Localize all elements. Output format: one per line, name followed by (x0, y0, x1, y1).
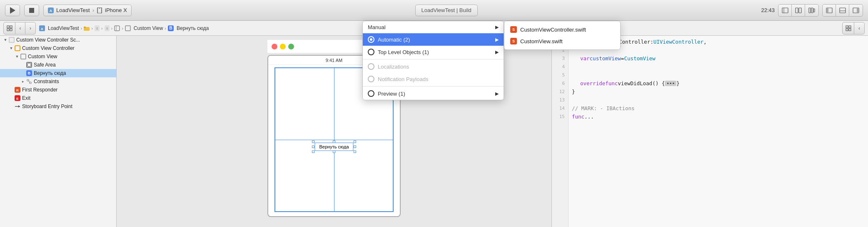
automatic-arrow: ▶ (495, 37, 499, 42)
version-editor-button[interactable] (805, 5, 818, 16)
debug-toggle[interactable] (836, 5, 849, 16)
preview-icon (368, 90, 374, 97)
svg-rect-35 (846, 29, 848, 31)
responder-icon: R (14, 86, 21, 93)
canvas-button[interactable]: Вернуть сюда (314, 143, 353, 151)
editor-mode-group (778, 4, 819, 17)
code-line-15: func ... (572, 112, 865, 121)
breadcrumb-file1[interactable]: S (95, 25, 100, 31)
grid-icon (7, 25, 12, 31)
nav-constraints[interactable]: ▸ Constraints (0, 77, 116, 86)
bc-arrow-1: › (81, 26, 82, 31)
file-item-2[interactable]: S CustomView.swift (504, 35, 620, 47)
circle-red (272, 44, 277, 49)
bc-grid-button[interactable] (843, 22, 854, 34)
nav-view[interactable]: ▼ Custom View (0, 52, 116, 61)
svg-rect-36 (849, 29, 851, 31)
svg-rect-19 (7, 29, 9, 31)
dropdown-toplevel[interactable]: Top Level Objects (1) ▶ (363, 46, 504, 58)
svg-rect-6 (796, 8, 798, 13)
svg-line-45 (29, 80, 30, 83)
breadcrumb-file2[interactable]: S (105, 25, 110, 31)
code-line-14: // MARK: - IBActions (572, 104, 865, 112)
var-name: customView (590, 55, 621, 62)
handle-mr (354, 146, 356, 148)
kw-func: func (605, 80, 618, 86)
utilities-toggle[interactable] (849, 5, 863, 16)
dropdown-toplevel-label: Top Level Objects (1) (378, 49, 429, 55)
breadcrumb-folder[interactable] (84, 26, 90, 31)
svg-rect-33 (846, 26, 848, 28)
bc-grid-icon (846, 25, 851, 31)
nav-safearea[interactable]: ▸ Safe Area (0, 61, 116, 69)
panel-toggle-group (822, 4, 863, 17)
nav-exit[interactable]: ▸ E Exit (0, 94, 116, 102)
nav-responder[interactable]: ▸ R First Responder (0, 86, 116, 94)
func-name-2: ... (584, 114, 594, 120)
superclass-name: UIViewController (653, 39, 703, 45)
exit-icon: E (14, 95, 21, 101)
file-item-1[interactable]: S CustomViewController.swift (504, 24, 620, 35)
breadcrumb-view[interactable]: Custom View (125, 25, 163, 31)
navigator-toggle[interactable] (823, 5, 836, 16)
svg-text:E: E (16, 97, 19, 101)
circle-green (288, 44, 294, 49)
bc-back-button[interactable]: ‹ (854, 22, 864, 34)
standard-editor-button[interactable] (778, 5, 792, 16)
svg-rect-34 (849, 26, 851, 28)
back-button[interactable]: ‹ (15, 22, 25, 34)
kw-func-2: func (572, 114, 584, 120)
dropdown-preview[interactable]: Preview (1) ▶ (363, 87, 504, 100)
standard-editor-icon (782, 7, 788, 13)
layout-buttons: ‹ › (3, 22, 36, 35)
circle-yellow (280, 44, 286, 49)
file-picker: S CustomViewController.swift S CustomVie… (504, 21, 621, 50)
forward-button[interactable]: › (25, 22, 35, 34)
swift-file-icon-2: S (105, 25, 110, 31)
svg-rect-3 (99, 8, 100, 8)
scheme-selector[interactable]: A LoadViewTest › iPhone X (43, 5, 132, 16)
mark-comment: // MARK: - IBActions (572, 105, 635, 111)
dropdown-automatic[interactable]: Automatic (2) ▶ (363, 33, 504, 46)
grid-view-button[interactable] (4, 22, 15, 34)
toolbar: A LoadViewTest › iPhone X LoadViewTest |… (0, 0, 868, 21)
line-num-3: 3 (552, 54, 568, 62)
forward-icon: › (30, 25, 31, 31)
dropdown-manual[interactable]: Manual ▶ (363, 21, 504, 33)
breadcrumb-storyboard[interactable] (114, 25, 120, 31)
play-button[interactable] (5, 5, 20, 16)
local-icon (368, 63, 374, 70)
ellipsis-badge[interactable]: ••• (665, 81, 676, 86)
expand-icon-scene: ▼ (3, 38, 7, 42)
nav-scene[interactable]: ▼ Custom View Controller Sc... (0, 36, 116, 44)
leaf-spacer-responder: ▸ (9, 88, 13, 92)
play-icon (10, 7, 15, 14)
handle-tr (354, 141, 356, 143)
func-name: viewDidLoad (618, 80, 652, 86)
breadcrumb-item-project[interactable]: A LoadViewTest (39, 25, 79, 31)
view-icon-nav (20, 53, 27, 60)
breadcrumb-project: LoadViewTest (48, 25, 79, 31)
time-display: 22:43 (761, 7, 775, 13)
dropdown-localizations: Localizations (363, 60, 504, 73)
stop-button[interactable] (24, 5, 39, 16)
breadcrumb-button-b[interactable]: B Вернуть сюда (168, 25, 209, 31)
handle-tl (312, 141, 314, 143)
svg-rect-9 (811, 8, 813, 13)
code-line-12: } (572, 87, 865, 96)
svg-rect-8 (809, 8, 811, 13)
leaf-spacer-entry: ▸ (9, 104, 13, 109)
dropdown-automatic-label: Automatic (2) (378, 37, 410, 43)
folder-icon (84, 26, 90, 31)
bc-arrow-5: › (122, 26, 123, 31)
svg-text:R: R (16, 89, 19, 92)
breadcrumb-view-label: Custom View (134, 25, 163, 31)
expand-icon-constraints: ▸ (21, 79, 25, 84)
assistant-editor-button[interactable] (792, 5, 805, 16)
nav-entry[interactable]: ▸ Storyboard Entry Point (0, 102, 116, 111)
expand-icon-view: ▼ (15, 54, 19, 59)
toplevel-arrow: ▶ (495, 49, 499, 55)
nav-vc[interactable]: ▼ Custom View Controller (0, 44, 116, 52)
expand-icon-vc: ▼ (9, 46, 13, 50)
nav-button[interactable]: ▸ B Вернуть сюда (0, 69, 116, 77)
